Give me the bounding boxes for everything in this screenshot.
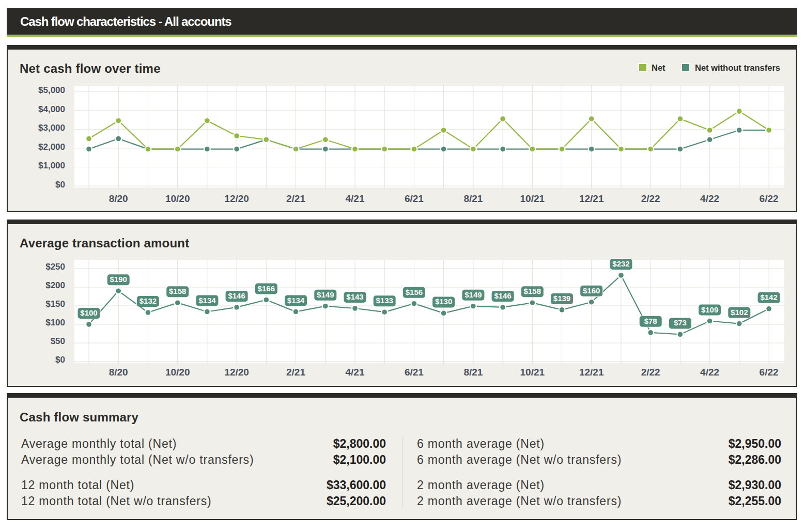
svg-text:2/21: 2/21 bbox=[286, 193, 305, 204]
svg-text:10/21: 10/21 bbox=[520, 193, 545, 204]
svg-text:$143: $143 bbox=[346, 292, 363, 301]
svg-text:4/21: 4/21 bbox=[346, 367, 365, 378]
svg-text:6/22: 6/22 bbox=[760, 193, 779, 204]
svg-text:$146: $146 bbox=[228, 291, 245, 300]
svg-text:2/22: 2/22 bbox=[641, 367, 660, 378]
svg-text:$158: $158 bbox=[169, 287, 186, 295]
svg-text:$78: $78 bbox=[644, 317, 657, 325]
svg-text:10/20: 10/20 bbox=[165, 367, 190, 378]
svg-text:$0: $0 bbox=[55, 355, 65, 365]
svg-text:$166: $166 bbox=[258, 284, 275, 293]
svg-text:12/20: 12/20 bbox=[224, 193, 249, 204]
svg-text:$134: $134 bbox=[198, 296, 216, 305]
svg-text:$2,000: $2,000 bbox=[38, 142, 65, 152]
svg-text:12/20: 12/20 bbox=[224, 367, 249, 378]
svg-text:8/20: 8/20 bbox=[109, 367, 128, 378]
svg-text:$232: $232 bbox=[612, 259, 629, 268]
svg-text:$0: $0 bbox=[55, 180, 65, 190]
svg-text:$158: $158 bbox=[524, 287, 541, 295]
svg-text:6/21: 6/21 bbox=[405, 367, 424, 378]
svg-text:$250: $250 bbox=[45, 262, 65, 272]
svg-text:$149: $149 bbox=[317, 290, 334, 299]
svg-text:2/21: 2/21 bbox=[286, 367, 305, 378]
svg-text:$142: $142 bbox=[760, 293, 777, 302]
svg-text:$109: $109 bbox=[701, 305, 718, 314]
svg-text:4/22: 4/22 bbox=[700, 193, 719, 204]
svg-text:2/22: 2/22 bbox=[641, 193, 660, 204]
svg-text:12/21: 12/21 bbox=[579, 193, 604, 204]
svg-text:6/22: 6/22 bbox=[760, 367, 779, 378]
svg-text:8/20: 8/20 bbox=[109, 193, 128, 204]
svg-text:$200: $200 bbox=[45, 280, 65, 290]
svg-text:4/22: 4/22 bbox=[700, 367, 719, 378]
svg-text:$146: $146 bbox=[494, 291, 511, 300]
svg-text:$4,000: $4,000 bbox=[38, 104, 65, 114]
svg-text:$149: $149 bbox=[465, 290, 482, 299]
svg-text:8/21: 8/21 bbox=[463, 367, 483, 378]
svg-text:$1,000: $1,000 bbox=[38, 161, 65, 170]
svg-text:8/21: 8/21 bbox=[463, 193, 483, 204]
svg-text:$156: $156 bbox=[406, 288, 423, 296]
svg-text:$100: $100 bbox=[80, 308, 97, 317]
svg-text:$5,000: $5,000 bbox=[38, 85, 65, 95]
svg-text:$160: $160 bbox=[583, 286, 600, 295]
svg-text:6/21: 6/21 bbox=[405, 193, 424, 204]
svg-text:$130: $130 bbox=[435, 297, 452, 306]
svg-text:$134: $134 bbox=[287, 296, 305, 305]
svg-text:$132: $132 bbox=[140, 296, 157, 305]
svg-text:$50: $50 bbox=[51, 336, 65, 346]
svg-text:Net: Net bbox=[652, 63, 665, 72]
svg-text:$139: $139 bbox=[553, 294, 570, 303]
svg-text:10/20: 10/20 bbox=[165, 193, 190, 204]
svg-text:12/21: 12/21 bbox=[579, 367, 604, 378]
svg-text:10/21: 10/21 bbox=[520, 367, 545, 378]
svg-text:$100: $100 bbox=[45, 318, 65, 327]
svg-text:$3,000: $3,000 bbox=[38, 123, 65, 133]
svg-text:$133: $133 bbox=[376, 296, 393, 305]
svg-text:$73: $73 bbox=[674, 318, 687, 327]
svg-text:$102: $102 bbox=[731, 308, 748, 317]
svg-text:Net without transfers: Net without transfers bbox=[695, 63, 780, 72]
svg-text:4/21: 4/21 bbox=[346, 193, 365, 204]
svg-text:$190: $190 bbox=[110, 275, 127, 284]
svg-text:$150: $150 bbox=[45, 299, 65, 309]
